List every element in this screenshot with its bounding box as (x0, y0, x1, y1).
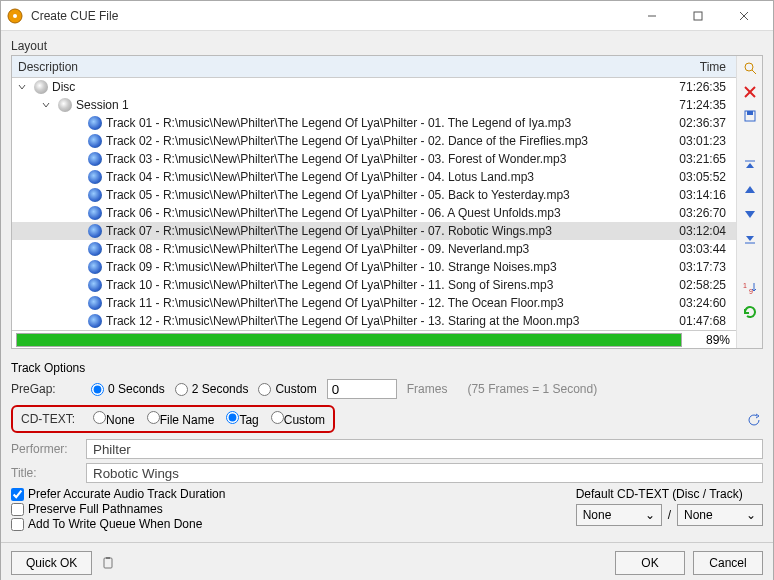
tree-row[interactable]: Track 07 - R:\music\New\Philter\The Lege… (12, 222, 736, 240)
default-cdtext-title: Default CD-TEXT (Disc / Track) (576, 487, 763, 501)
disc-icon (34, 80, 48, 94)
performer-input[interactable] (86, 439, 763, 459)
delete-icon[interactable] (741, 83, 759, 101)
ok-button[interactable]: OK (615, 551, 685, 575)
row-label: Disc (52, 80, 75, 94)
tree-row[interactable]: Track 04 - R:\music\New\Philter\The Lege… (12, 168, 736, 186)
move-top-icon[interactable] (741, 157, 759, 175)
title-input[interactable] (86, 463, 763, 483)
row-label: Track 01 - R:\music\New\Philter\The Lege… (106, 116, 571, 130)
tree-row[interactable]: Track 01 - R:\music\New\Philter\The Lege… (12, 114, 736, 132)
pregap-frames-input[interactable] (327, 379, 397, 399)
row-label: Session 1 (76, 98, 129, 112)
pregap-custom[interactable]: Custom (258, 382, 316, 396)
cdtext-reload-icon[interactable] (745, 411, 763, 429)
refresh-icon[interactable] (741, 303, 759, 321)
options-checks: Prefer Accurate Audio Track Duration Pre… (11, 487, 225, 532)
row-label: Track 07 - R:\music\New\Philter\The Lege… (106, 224, 552, 238)
layout-label: Layout (11, 39, 763, 53)
row-time: 03:05:52 (666, 170, 736, 184)
track-icon (88, 152, 102, 166)
row-time: 03:03:44 (666, 242, 736, 256)
sep: / (668, 508, 671, 522)
row-label: Track 10 - R:\music\New\Philter\The Lege… (106, 278, 553, 292)
track-icon (88, 206, 102, 220)
move-down-icon[interactable] (741, 205, 759, 223)
cdtext-filename[interactable]: File Name (147, 411, 215, 427)
save-icon[interactable] (741, 107, 759, 125)
row-label: Track 05 - R:\music\New\Philter\The Lege… (106, 188, 570, 202)
row-time: 01:47:68 (666, 314, 736, 328)
disc-icon (58, 98, 72, 112)
svg-text:1: 1 (743, 282, 747, 289)
row-time: 03:14:16 (666, 188, 736, 202)
cdtext-none[interactable]: None (93, 411, 135, 427)
svg-rect-16 (104, 558, 112, 568)
svg-rect-3 (694, 12, 702, 20)
row-label: Track 02 - R:\music\New\Philter\The Lege… (106, 134, 588, 148)
tree-row[interactable]: Track 02 - R:\music\New\Philter\The Lege… (12, 132, 736, 150)
track-icon (88, 116, 102, 130)
progress-bar (16, 333, 682, 347)
pregap-2s[interactable]: 2 Seconds (175, 382, 249, 396)
col-description[interactable]: Description (12, 60, 666, 74)
tree-row[interactable]: Track 09 - R:\music\New\Philter\The Lege… (12, 258, 736, 276)
row-time: 03:26:70 (666, 206, 736, 220)
window-title: Create CUE File (31, 9, 629, 23)
tree-row[interactable]: Track 12 - R:\music\New\Philter\The Lege… (12, 312, 736, 330)
track-icon (88, 188, 102, 202)
row-time: 03:01:23 (666, 134, 736, 148)
progress-percent: 89% (686, 333, 736, 347)
tree-row[interactable]: Track 05 - R:\music\New\Philter\The Lege… (12, 186, 736, 204)
check-addqueue[interactable]: Add To Write Queue When Done (11, 517, 225, 531)
svg-point-6 (745, 63, 753, 71)
tree-row[interactable]: Disc71:26:35 (12, 78, 736, 96)
pregap-0s[interactable]: 0 Seconds (91, 382, 165, 396)
search-icon[interactable] (741, 59, 759, 77)
layout-panel: Description Time Disc71:26:35Session 171… (11, 55, 763, 349)
tree-row[interactable]: Track 06 - R:\music\New\Philter\The Lege… (12, 204, 736, 222)
track-icon (88, 134, 102, 148)
minimize-button[interactable] (629, 1, 675, 31)
tree-row[interactable]: Track 08 - R:\music\New\Philter\The Lege… (12, 240, 736, 258)
tree-row[interactable]: Session 171:24:35 (12, 96, 736, 114)
cdtext-highlight: CD-TEXT: None File Name Tag Custom (11, 405, 335, 433)
move-up-icon[interactable] (741, 181, 759, 199)
move-bottom-icon[interactable] (741, 229, 759, 247)
create-cue-window: Create CUE File Layout Description Time … (0, 0, 774, 580)
sort-icon[interactable]: 19 (741, 279, 759, 297)
track-icon (88, 260, 102, 274)
track-icon (88, 296, 102, 310)
chevron-down-icon: ⌄ (746, 508, 756, 522)
track-icon (88, 242, 102, 256)
titlebar[interactable]: Create CUE File (1, 1, 773, 31)
check-accurate[interactable]: Prefer Accurate Audio Track Duration (11, 487, 225, 501)
row-label: Track 04 - R:\music\New\Philter\The Lege… (106, 170, 534, 184)
pregap-label: PreGap: (11, 382, 81, 396)
svg-rect-17 (106, 557, 110, 559)
cdtext-tag[interactable]: Tag (226, 411, 258, 427)
cancel-button[interactable]: Cancel (693, 551, 763, 575)
default-cdtext-disc-select[interactable]: None⌄ (576, 504, 662, 526)
progress-row: 89% (12, 330, 736, 348)
close-button[interactable] (721, 1, 767, 31)
default-cdtext-track-select[interactable]: None⌄ (677, 504, 763, 526)
track-icon (88, 314, 102, 328)
cdtext-custom[interactable]: Custom (271, 411, 325, 427)
clipboard-icon[interactable] (100, 555, 116, 571)
check-preserve[interactable]: Preserve Full Pathnames (11, 502, 225, 516)
svg-rect-11 (747, 111, 753, 115)
expand-icon[interactable] (16, 81, 28, 93)
tree-row[interactable]: Track 10 - R:\music\New\Philter\The Lege… (12, 276, 736, 294)
tree-row[interactable]: Track 03 - R:\music\New\Philter\The Lege… (12, 150, 736, 168)
performer-row: Performer: (11, 439, 763, 459)
quick-ok-button[interactable]: Quick OK (11, 551, 92, 575)
maximize-button[interactable] (675, 1, 721, 31)
expand-icon[interactable] (40, 99, 52, 111)
side-toolbar: 19 (736, 56, 762, 348)
tree-row[interactable]: Track 11 - R:\music\New\Philter\The Lege… (12, 294, 736, 312)
row-time: 71:26:35 (666, 80, 736, 94)
frames-hint: (75 Frames = 1 Second) (467, 382, 597, 396)
tree-body[interactable]: Disc71:26:35Session 171:24:35Track 01 - … (12, 78, 736, 330)
col-time[interactable]: Time (666, 60, 736, 74)
